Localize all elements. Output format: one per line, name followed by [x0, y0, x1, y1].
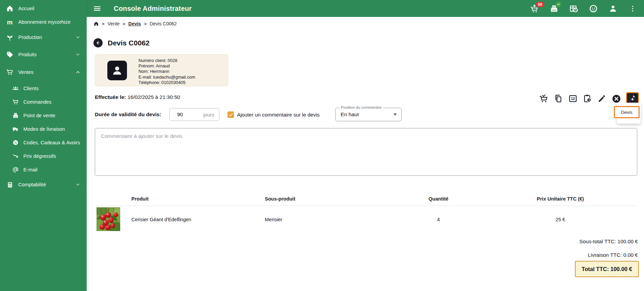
col-header-sous-produit: Sous-produit: [265, 196, 295, 202]
sidebar-item-label: Prix dégressifs: [23, 153, 56, 159]
comment-position-value: En haut: [341, 108, 359, 121]
more-vertical-icon[interactable]: [628, 4, 637, 13]
sidebar-item-label: Accueil: [18, 6, 34, 11]
pending-orders-button[interactable]: [569, 4, 578, 13]
customer-number: Numéro client: 0028: [138, 58, 195, 63]
created-date-label: Effectuée le:: [95, 94, 126, 100]
comment-checkbox[interactable]: [228, 111, 234, 118]
created-date-line: Effectuée le: 16/02/2025 à 21:30:50: [95, 94, 180, 100]
app-title: Console Administrateur: [114, 5, 192, 13]
page-header: Devis C0062: [93, 38, 150, 47]
sidebar-item-codes-cadeaux[interactable]: Codes, Cadeaux & Avoirs: [0, 138, 87, 147]
sidebar-item-production[interactable]: Production: [0, 33, 87, 42]
sidebar-item-label: Abonnement mycorhize: [18, 19, 70, 25]
truck-icon: [12, 126, 19, 133]
cell-sub-product: Merisier: [265, 217, 282, 222]
cancel-quote-button[interactable]: [611, 94, 621, 104]
sidebar-item-comptabilite[interactable]: Comptabilité: [0, 180, 87, 189]
cell-product: Cerisier Géant d'Edelfingen: [131, 217, 191, 222]
cart-icon: [12, 99, 19, 106]
support-face-button[interactable]: [589, 4, 598, 13]
customer-avatar-icon: [107, 61, 127, 80]
sidebar-item-label: Produits: [18, 52, 37, 57]
caret-down-icon: [393, 113, 397, 116]
subtotal-line: Sous-total TTC: 100.00 €: [579, 238, 638, 245]
customer-firstname: Prénom: Arnaud: [138, 63, 195, 69]
sidebar-item-label: Point de vente: [23, 113, 55, 118]
col-header-produit: Produit: [131, 196, 149, 202]
customer-lastname: Nom: Herrmann: [138, 69, 195, 74]
home-icon: [6, 4, 14, 13]
sidebar-item-accueil[interactable]: Accueil: [0, 4, 87, 13]
sidebar-item-modes-livraison[interactable]: Modes de livraison: [0, 124, 87, 134]
register-status-button[interactable]: [550, 4, 559, 13]
breadcrumb-separator: >: [144, 21, 147, 26]
check-badge-icon: [556, 2, 561, 7]
col-header-prix: Prix Unitaire TTC (€): [510, 196, 611, 202]
page-title: Devis C0062: [108, 39, 150, 47]
customer-email: E-mail: tuedachu@gmail.com: [138, 75, 195, 80]
customer-details: Numéro client: 0028 Prénom: Arnaud Nom: …: [138, 58, 195, 85]
svg-text:12: 12: [571, 97, 575, 101]
download-menu-item-devis[interactable]: Devis: [614, 106, 640, 118]
breadcrumb-current: Devis C0062: [150, 21, 177, 26]
main-content: > Vente > Devis > Devis C0062 Devis C006…: [87, 17, 644, 291]
table-header-divider: [95, 206, 637, 206]
cart-notifications-button[interactable]: 59: [530, 4, 539, 13]
product-thumbnail: [96, 207, 120, 231]
cash-register-icon: [12, 112, 19, 119]
sidebar-item-label: Comptabilité: [18, 182, 46, 187]
sidebar-item-label: E-mail: [23, 167, 38, 172]
comment-textarea[interactable]: [95, 128, 637, 176]
sidebar-item-ventes[interactable]: Ventes: [0, 67, 87, 77]
people-icon: [12, 85, 19, 92]
breadcrumb: > Vente > Devis > Devis C0062: [93, 21, 177, 26]
comment-position-select[interactable]: Position du commentire En haut: [335, 108, 402, 121]
customer-phone: Téléphone: 0102030405: [138, 80, 195, 85]
chevron-down-icon: [75, 35, 81, 40]
sidebar-item-label: Production: [18, 35, 42, 40]
sidebar-item-produits[interactable]: Produits: [0, 50, 87, 59]
discount-badge-icon: [12, 139, 19, 146]
validity-label: Durée de validité du devis:: [95, 111, 161, 118]
shipping-line: Livraison TTC: 0.00 €: [588, 252, 638, 258]
sidebar-item-prix-degressifs[interactable]: Prix dégressifs: [0, 151, 87, 161]
sidebar: Accueil m Abonnement mycorhize Productio…: [0, 0, 87, 291]
back-button[interactable]: [93, 38, 103, 47]
mycorhize-logo-icon: m: [6, 18, 14, 26]
topbar-actions: 59: [530, 0, 637, 17]
breadcrumb-separator: >: [102, 21, 105, 26]
chevron-up-icon: [75, 69, 81, 75]
breadcrumb-vente[interactable]: Vente: [108, 21, 120, 26]
menu-icon[interactable]: [93, 4, 102, 13]
change-date-button[interactable]: 12: [568, 94, 578, 104]
created-date-value: 16/02/2025 à 21:30:50: [127, 94, 180, 100]
chevron-down-icon: [75, 52, 81, 57]
sidebar-item-clients[interactable]: Clients: [0, 84, 87, 93]
history-button[interactable]: [582, 94, 592, 104]
edit-button[interactable]: [597, 94, 607, 104]
col-header-quantite: Quantité: [405, 196, 472, 202]
top-bar: Console Administrateur 59: [87, 0, 644, 17]
breadcrumb-devis[interactable]: Devis: [128, 21, 141, 26]
sidebar-item-email[interactable]: E-mail: [0, 165, 87, 174]
sidebar-item-abonnement[interactable]: m Abonnement mycorhize: [0, 17, 87, 27]
duplicate-button[interactable]: [553, 94, 563, 104]
app-root: Accueil m Abonnement mycorhize Productio…: [0, 0, 644, 291]
comment-checkbox-label[interactable]: Ajouter un commentaire sur le devis: [237, 112, 320, 118]
cart-icon: [6, 68, 14, 76]
total-box: Total TTC: 100.00 €: [575, 261, 639, 277]
sidebar-item-label: Modes de livraison: [23, 126, 65, 132]
convert-to-order-button[interactable]: [539, 94, 549, 104]
calculator-icon: [6, 181, 14, 189]
account-button[interactable]: [608, 4, 618, 13]
validity-input[interactable]: 90 jours: [169, 108, 219, 121]
breadcrumb-home-icon[interactable]: [93, 21, 99, 26]
tag-icon: [6, 50, 14, 59]
cell-unit-price: 25 €: [510, 217, 611, 222]
sidebar-item-label: Commandes: [23, 99, 51, 105]
sidebar-item-point-de-vente[interactable]: Point de vente: [0, 111, 87, 120]
sidebar-item-commandes[interactable]: Commandes: [0, 97, 87, 107]
seedling-icon: [6, 33, 14, 41]
sidebar-item-label: Ventes: [18, 69, 34, 75]
